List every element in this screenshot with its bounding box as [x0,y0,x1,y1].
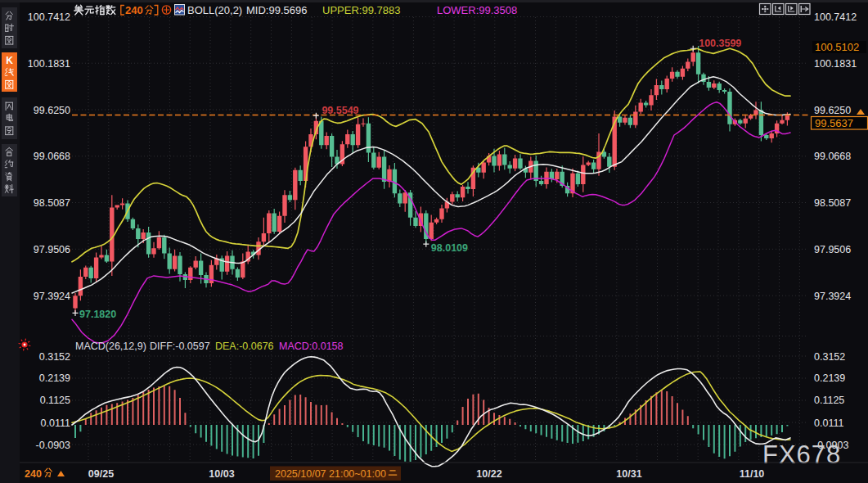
svg-text:98.5087: 98.5087 [814,197,851,209]
svg-text:DIFF:-0.0597: DIFF:-0.0597 [150,341,210,352]
svg-text:98.5087: 98.5087 [34,197,70,209]
svg-text:0.2139: 0.2139 [814,372,845,384]
svg-text:LOWER:99.3508: LOWER:99.3508 [437,4,517,16]
svg-text:0.3152: 0.3152 [814,351,845,363]
svg-text:2025/10/07 21:00~01:00: 2025/10/07 21:00~01:00 [275,468,386,480]
svg-text:K: K [6,55,13,66]
svg-text:10/03: 10/03 [209,468,234,480]
svg-text:MACD:0.0158: MACD:0.0158 [279,341,344,352]
svg-text:0.1125: 0.1125 [40,395,70,406]
svg-text:99.0668: 99.0668 [34,151,70,162]
svg-text:100.3599: 100.3599 [699,38,741,49]
svg-text:UPPER:99.7883: UPPER:99.7883 [322,4,400,16]
svg-text:0.3152: 0.3152 [39,351,70,363]
svg-text:99.5549: 99.5549 [322,105,358,116]
svg-text:0.2139: 0.2139 [39,372,70,384]
svg-text:FX678: FX678 [762,440,841,469]
svg-text:BOLL(20,2): BOLL(20,2) [187,4,242,16]
svg-text:MID:99.5696: MID:99.5696 [246,4,307,16]
svg-text:0.1125: 0.1125 [814,395,844,406]
svg-text:240: 240 [25,468,42,480]
svg-text:99.6250: 99.6250 [34,105,70,116]
svg-text:DEA:-0.0676: DEA:-0.0676 [215,341,274,352]
svg-text:99.6250: 99.6250 [814,105,851,116]
svg-text:0.0111: 0.0111 [814,418,843,429]
svg-text:99.5637: 99.5637 [815,117,853,129]
svg-text:97.9506: 97.9506 [814,244,851,255]
svg-text:0.0111: 0.0111 [41,418,70,429]
svg-text:10/22: 10/22 [476,468,501,480]
svg-text:100.7412: 100.7412 [814,11,857,23]
svg-text:100.5102: 100.5102 [815,41,859,53]
svg-text:98.0109: 98.0109 [431,242,468,254]
svg-text:97.1820: 97.1820 [79,309,116,320]
svg-text:99.0668: 99.0668 [814,151,851,162]
svg-text:09/25: 09/25 [88,468,114,480]
svg-text:-0.0903: -0.0903 [36,440,70,451]
svg-text:10/31: 10/31 [616,468,641,480]
svg-text:97.3924: 97.3924 [814,291,851,302]
svg-text:97.3924: 97.3924 [34,291,70,302]
svg-text:100.7412: 100.7412 [28,11,70,23]
svg-text:100.1831: 100.1831 [814,58,857,70]
svg-text:97.9506: 97.9506 [34,244,70,255]
svg-text:240: 240 [125,4,143,16]
svg-text:MACD(26,12,9): MACD(26,12,9) [75,341,146,352]
svg-text:11/10: 11/10 [740,468,765,480]
svg-text:100.1831: 100.1831 [28,58,70,70]
